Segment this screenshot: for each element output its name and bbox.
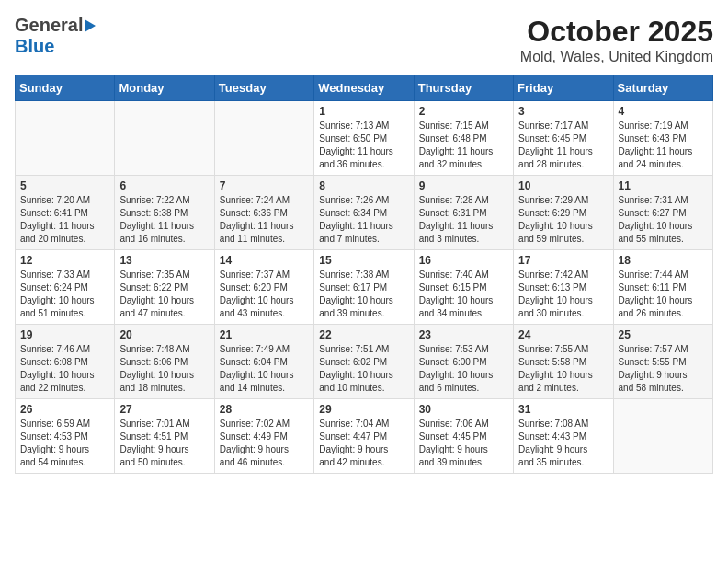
day-number: 28 <box>220 403 309 416</box>
day-number: 27 <box>119 403 209 416</box>
day-number: 1 <box>319 105 408 118</box>
day-number: 3 <box>518 105 608 118</box>
day-number: 11 <box>619 179 708 192</box>
day-cell-4: 4Sunrise: 7:19 AM Sunset: 6:43 PM Daylig… <box>613 101 712 176</box>
day-number: 9 <box>419 179 508 192</box>
logo-arrow-icon <box>85 19 96 32</box>
day-cell-8: 8Sunrise: 7:26 AM Sunset: 6:34 PM Daylig… <box>314 176 414 250</box>
day-cell-2: 2Sunrise: 7:15 AM Sunset: 6:48 PM Daylig… <box>414 101 513 176</box>
day-cell-24: 24Sunrise: 7:55 AM Sunset: 5:58 PM Dayli… <box>514 325 613 399</box>
day-info: Sunrise: 7:31 AM Sunset: 6:27 PM Dayligh… <box>619 194 708 246</box>
day-cell-21: 21Sunrise: 7:49 AM Sunset: 6:04 PM Dayli… <box>214 325 313 399</box>
day-cell-12: 12Sunrise: 7:33 AM Sunset: 6:24 PM Dayli… <box>16 250 115 325</box>
day-cell-9: 9Sunrise: 7:28 AM Sunset: 6:31 PM Daylig… <box>414 176 513 250</box>
day-number: 12 <box>20 254 109 267</box>
day-info: Sunrise: 7:55 AM Sunset: 5:58 PM Dayligh… <box>518 343 608 395</box>
day-info: Sunrise: 7:01 AM Sunset: 4:51 PM Dayligh… <box>119 418 209 469</box>
day-cell-15: 15Sunrise: 7:38 AM Sunset: 6:17 PM Dayli… <box>314 250 414 325</box>
day-cell-10: 10Sunrise: 7:29 AM Sunset: 6:29 PM Dayli… <box>514 176 613 250</box>
week-row-1: 1Sunrise: 7:13 AM Sunset: 6:50 PM Daylig… <box>16 101 713 176</box>
day-cell-19: 19Sunrise: 7:46 AM Sunset: 6:08 PM Dayli… <box>16 325 115 399</box>
day-number: 25 <box>619 328 708 341</box>
month-title: October 2025 <box>520 15 713 49</box>
day-number: 10 <box>518 179 608 192</box>
day-cell-11: 11Sunrise: 7:31 AM Sunset: 6:27 PM Dayli… <box>613 176 712 250</box>
day-cell-20: 20Sunrise: 7:48 AM Sunset: 6:06 PM Dayli… <box>115 325 214 399</box>
column-header-sunday: Sunday <box>16 75 115 101</box>
day-number: 30 <box>419 403 508 416</box>
week-row-3: 12Sunrise: 7:33 AM Sunset: 6:24 PM Dayli… <box>16 250 713 325</box>
day-info: Sunrise: 7:08 AM Sunset: 4:43 PM Dayligh… <box>518 418 608 469</box>
day-number: 8 <box>319 179 408 192</box>
day-number: 29 <box>319 403 408 416</box>
day-cell-23: 23Sunrise: 7:53 AM Sunset: 6:00 PM Dayli… <box>414 325 513 399</box>
day-cell-26: 26Sunrise: 6:59 AM Sunset: 4:53 PM Dayli… <box>16 399 115 474</box>
day-cell-17: 17Sunrise: 7:42 AM Sunset: 6:13 PM Dayli… <box>514 250 613 325</box>
day-number: 15 <box>319 254 408 267</box>
day-info: Sunrise: 7:15 AM Sunset: 6:48 PM Dayligh… <box>419 120 508 171</box>
day-number: 7 <box>220 179 309 192</box>
day-info: Sunrise: 7:28 AM Sunset: 6:31 PM Dayligh… <box>419 194 508 246</box>
day-number: 17 <box>518 254 608 267</box>
day-info: Sunrise: 7:02 AM Sunset: 4:49 PM Dayligh… <box>220 418 309 469</box>
day-cell-7: 7Sunrise: 7:24 AM Sunset: 6:36 PM Daylig… <box>214 176 313 250</box>
day-info: Sunrise: 7:48 AM Sunset: 6:06 PM Dayligh… <box>119 343 209 395</box>
day-info: Sunrise: 7:13 AM Sunset: 6:50 PM Dayligh… <box>319 120 408 171</box>
day-info: Sunrise: 7:19 AM Sunset: 6:43 PM Dayligh… <box>619 120 708 171</box>
day-cell-27: 27Sunrise: 7:01 AM Sunset: 4:51 PM Dayli… <box>115 399 214 474</box>
day-info: Sunrise: 7:42 AM Sunset: 6:13 PM Dayligh… <box>518 269 608 320</box>
column-header-tuesday: Tuesday <box>214 75 313 101</box>
week-row-4: 19Sunrise: 7:46 AM Sunset: 6:08 PM Dayli… <box>16 325 713 399</box>
day-info: Sunrise: 7:20 AM Sunset: 6:41 PM Dayligh… <box>20 194 109 246</box>
day-number: 26 <box>20 403 109 416</box>
day-cell-6: 6Sunrise: 7:22 AM Sunset: 6:38 PM Daylig… <box>115 176 214 250</box>
column-header-wednesday: Wednesday <box>314 75 414 101</box>
day-cell-16: 16Sunrise: 7:40 AM Sunset: 6:15 PM Dayli… <box>414 250 513 325</box>
day-cell-28: 28Sunrise: 7:02 AM Sunset: 4:49 PM Dayli… <box>214 399 313 474</box>
day-cell-25: 25Sunrise: 7:57 AM Sunset: 5:55 PM Dayli… <box>613 325 712 399</box>
day-info: Sunrise: 7:26 AM Sunset: 6:34 PM Dayligh… <box>319 194 408 246</box>
empty-cell <box>16 101 115 176</box>
day-number: 19 <box>20 328 109 341</box>
day-cell-22: 22Sunrise: 7:51 AM Sunset: 6:02 PM Dayli… <box>314 325 414 399</box>
day-info: Sunrise: 7:44 AM Sunset: 6:11 PM Dayligh… <box>619 269 708 320</box>
day-number: 2 <box>419 105 508 118</box>
day-number: 24 <box>518 328 608 341</box>
column-header-friday: Friday <box>514 75 613 101</box>
column-header-monday: Monday <box>115 75 214 101</box>
day-info: Sunrise: 7:37 AM Sunset: 6:20 PM Dayligh… <box>220 269 309 320</box>
logo-blue: Blue <box>15 36 54 57</box>
day-number: 20 <box>119 328 209 341</box>
day-number: 4 <box>619 105 708 118</box>
day-number: 6 <box>119 179 209 192</box>
day-info: Sunrise: 7:04 AM Sunset: 4:47 PM Dayligh… <box>319 418 408 469</box>
day-info: Sunrise: 7:57 AM Sunset: 5:55 PM Dayligh… <box>619 343 708 395</box>
day-info: Sunrise: 7:29 AM Sunset: 6:29 PM Dayligh… <box>518 194 608 246</box>
logo: General Blue <box>15 15 96 57</box>
column-header-saturday: Saturday <box>613 75 712 101</box>
day-number: 18 <box>619 254 708 267</box>
day-info: Sunrise: 7:53 AM Sunset: 6:00 PM Dayligh… <box>419 343 508 395</box>
location-title: Mold, Wales, United Kingdom <box>520 49 713 65</box>
day-info: Sunrise: 7:38 AM Sunset: 6:17 PM Dayligh… <box>319 269 408 320</box>
day-cell-31: 31Sunrise: 7:08 AM Sunset: 4:43 PM Dayli… <box>514 399 613 474</box>
day-info: Sunrise: 7:51 AM Sunset: 6:02 PM Dayligh… <box>319 343 408 395</box>
week-row-2: 5Sunrise: 7:20 AM Sunset: 6:41 PM Daylig… <box>16 176 713 250</box>
day-info: Sunrise: 7:35 AM Sunset: 6:22 PM Dayligh… <box>119 269 209 320</box>
day-number: 14 <box>220 254 309 267</box>
day-cell-1: 1Sunrise: 7:13 AM Sunset: 6:50 PM Daylig… <box>314 101 414 176</box>
calendar: SundayMondayTuesdayWednesdayThursdayFrid… <box>15 75 713 474</box>
day-info: Sunrise: 7:40 AM Sunset: 6:15 PM Dayligh… <box>419 269 508 320</box>
day-info: Sunrise: 7:33 AM Sunset: 6:24 PM Dayligh… <box>20 269 109 320</box>
day-number: 13 <box>119 254 209 267</box>
calendar-header-row: SundayMondayTuesdayWednesdayThursdayFrid… <box>16 75 713 101</box>
header: General Blue October 2025 Mold, Wales, U… <box>15 15 713 65</box>
day-number: 23 <box>419 328 508 341</box>
day-info: Sunrise: 6:59 AM Sunset: 4:53 PM Dayligh… <box>20 418 109 469</box>
day-number: 31 <box>518 403 608 416</box>
day-number: 16 <box>419 254 508 267</box>
day-info: Sunrise: 7:49 AM Sunset: 6:04 PM Dayligh… <box>220 343 309 395</box>
day-number: 22 <box>319 328 408 341</box>
week-row-5: 26Sunrise: 6:59 AM Sunset: 4:53 PM Dayli… <box>16 399 713 474</box>
day-info: Sunrise: 7:24 AM Sunset: 6:36 PM Dayligh… <box>220 194 309 246</box>
